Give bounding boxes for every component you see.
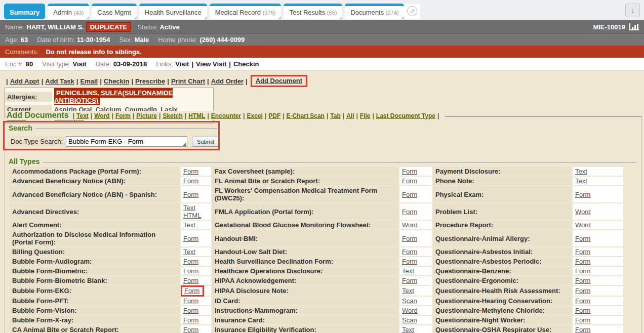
doc-open-link-instructions-mammogram-word[interactable]: Word (402, 307, 418, 314)
doc-type-link-last-document-type[interactable]: Last Document Type (376, 112, 435, 119)
action-link-checkin[interactable]: Checkin (104, 77, 130, 85)
doc-type-link-sketch[interactable]: Sketch (163, 112, 182, 119)
doc-type-link-html[interactable]: HTML (188, 112, 205, 119)
doc-type-link-file[interactable]: File (360, 112, 371, 119)
encounter-link-view-visit[interactable]: View Visit (196, 60, 226, 68)
tab-case-mgmt[interactable]: Case Mgmt (92, 4, 136, 19)
resize-grip-icon[interactable] (183, 142, 186, 146)
comments-label: Comments: (5, 48, 38, 56)
doc-open-link-bubble-form-biometric-form[interactable]: Form (183, 267, 198, 275)
doc-open-link-questionnaire-night-worker-form[interactable]: Form (575, 316, 590, 324)
doc-open-link-questionnaire-hearing-conservation-form[interactable]: Form (575, 297, 590, 305)
doc-type-link-encounter[interactable]: Encounter (211, 112, 241, 119)
age-value: 63 (21, 36, 28, 44)
action-link-add-task[interactable]: Add Task (45, 77, 74, 85)
doc-open-link-questionnaire-animal-allergy-form[interactable]: Form (575, 235, 590, 242)
action-link-add-order[interactable]: Add Order (211, 77, 244, 85)
doc-open-link-handout-low-salt-diet-form[interactable]: Form (402, 248, 417, 256)
doc-open-link-advanced-directives-text[interactable]: Text (183, 204, 195, 212)
doc-open-link-questionnaire-methylene-chloride-form[interactable]: Form (575, 307, 590, 314)
doc-open-link-fax-coversheet-sample-form[interactable]: Form (402, 168, 417, 175)
doc-type-link-word[interactable]: Word (94, 112, 109, 119)
doc-open-link-gestational-blood-glucose-monitoring-flowsheet-word[interactable]: Word (402, 221, 418, 229)
doc-open-link-bubble-form-vision-form[interactable]: Form (183, 307, 198, 314)
doc-open-link-problem-list-word[interactable]: Word (575, 208, 591, 216)
doc-links-cell: Form (573, 230, 623, 246)
encounter-link-visit[interactable]: Visit (175, 60, 189, 68)
doc-open-link-advanced-beneficiary-notice-abn-spanish-form[interactable]: Form (183, 191, 198, 198)
doc-open-link-bubble-form-biometric-blank-form[interactable]: Form (183, 277, 198, 284)
doc-open-link-questionnaire-benzene-form[interactable]: Form (575, 267, 590, 275)
doc-open-link-hipaa-disclosure-note-text[interactable]: Text (402, 287, 414, 295)
doc-type-link-excel[interactable]: Excel (247, 112, 263, 119)
patient-status: Active (160, 23, 180, 31)
doc-open-link-physical-exam-form[interactable]: Form (575, 191, 590, 198)
allergies-link[interactable]: Allergies: (5, 92, 52, 102)
doc-open-link-id-card-scan[interactable]: Scan (402, 297, 417, 305)
doc-open-link-insurance-eligibility-verification-text[interactable]: Text (402, 326, 414, 333)
doc-type-search-input[interactable] (66, 136, 187, 147)
doc-open-link-hipaa-acknowledgement-form[interactable]: Form (402, 277, 417, 284)
doc-open-link-questionnaire-asbestos-periodic-form[interactable]: Form (575, 258, 590, 265)
action-link-add-document[interactable]: Add Document (256, 77, 302, 85)
doc-open-link-fmla-application-portal-form-form[interactable]: Form (402, 208, 417, 216)
doc-label-handout-bmi: Handout-BMI: (212, 230, 398, 246)
separator: | (91, 112, 92, 119)
doc-type-link-all[interactable]: All (346, 112, 354, 119)
separator: | (185, 112, 186, 119)
status-label: Status: (137, 23, 157, 31)
doc-open-link-bubble-form-audiogram-form[interactable]: Form (183, 258, 198, 265)
tab-documents[interactable]: Documents (274) (345, 4, 404, 19)
doc-open-link-fl-workers-compensation-medical-treatment-form-dwc25-form[interactable]: Form (402, 191, 417, 198)
doc-open-link-billing-question-text[interactable]: Text (183, 248, 195, 256)
tab-test-results[interactable]: Test Results (65) (284, 4, 342, 19)
doc-links-cell: Text (573, 177, 623, 185)
tab-admin[interactable]: Admin (43) (48, 4, 89, 19)
doc-open-link-procedure-report-word[interactable]: Word (575, 221, 591, 229)
tab-health-surveillance[interactable]: Health Surveillance (139, 4, 207, 19)
doc-open-link-advanced-beneficiary-notice-abn-form[interactable]: Form (183, 177, 198, 185)
tab-label: Admin (53, 9, 72, 16)
doc-open-link-handout-bmi-form[interactable]: Form (402, 235, 417, 242)
doc-type-link-picture[interactable]: Picture (136, 112, 157, 119)
action-link-add-appt[interactable]: Add Appt (10, 77, 39, 85)
doc-open-link-insurance-card-scan[interactable]: Scan (402, 316, 417, 324)
doc-open-link-payment-disclosure-text[interactable]: Text (575, 168, 587, 175)
doc-open-link-questionnaire-ergonomic-form[interactable]: Form (575, 277, 590, 284)
doc-open-link-questionnaire-osha-respirator-use-form[interactable]: Form (575, 326, 590, 333)
doc-type-link-pdf[interactable]: PDF (268, 112, 280, 119)
doc-type-link-form[interactable]: Form (115, 112, 131, 119)
action-link-email[interactable]: Email (80, 77, 98, 85)
allergy-value[interactable]: PENICILLINS, SULFA(SULFONAMIDE ANTIBIOTI… (54, 88, 173, 105)
doc-open-link-questionnaire-asbestos-initial-form[interactable]: Form (575, 248, 590, 256)
encounter-link-checkin[interactable]: Checkin (233, 60, 259, 68)
download-button[interactable]: ↓ (625, 4, 640, 17)
doc-open-link-questionnaire-health-risk-assessment-form[interactable]: Form (575, 287, 590, 295)
doc-open-link-phone-note-text[interactable]: Text (575, 177, 587, 185)
doc-open-link-accommodations-package-portal-form-form[interactable]: Form (183, 168, 198, 175)
doc-label-health-surveillance-declination-form: Health Surveillance Declination Form: (212, 257, 398, 266)
bar-chart-icon[interactable] (629, 23, 639, 30)
tab-medical-record[interactable]: Medical Record (376) (210, 4, 281, 19)
action-link-prescribe[interactable]: Prescribe (135, 77, 165, 85)
doc-open-link-bubble-form-ekg-form[interactable]: Form (184, 287, 199, 295)
doc-open-link-fl-animal-bite-or-scratch-report-form[interactable]: Form (402, 177, 417, 185)
doc-open-link-authorization-to-disclose-medical-information-portal-form-form[interactable]: Form (183, 235, 198, 242)
doc-open-link-alert-comment-text[interactable]: Text (183, 221, 195, 229)
doc-open-link-health-surveillance-declination-form-form[interactable]: Form (402, 258, 417, 265)
tab-summary[interactable]: Summary (4, 4, 45, 19)
doc-open-link-bubble-form-pft-form[interactable]: Form (183, 297, 198, 305)
doc-open-link-advanced-directives-html[interactable]: HTML (183, 212, 209, 219)
doc-type-link-tab[interactable]: Tab (330, 112, 340, 119)
documents-external-chip: ↗ (404, 4, 420, 19)
doc-open-link-ca-animal-bite-or-scratch-report-form[interactable]: Form (183, 326, 198, 333)
doc-type-link-e-chart-scan[interactable]: E-Chart Scan (287, 112, 325, 119)
doc-open-link-healthcare-operations-disclosure-text[interactable]: Text (402, 267, 414, 275)
duplicate-badge[interactable]: DUPLICATE (86, 22, 131, 32)
doc-open-link-bubble-form-x-ray-form[interactable]: Form (183, 316, 198, 324)
doc-links-cell: Form (181, 267, 211, 275)
doc-type-link-text[interactable]: Text (76, 112, 89, 119)
submit-button[interactable]: Submit (192, 137, 219, 147)
action-link-print-chart[interactable]: Print Chart (171, 77, 205, 85)
open-in-new-icon[interactable]: ↗ (407, 6, 417, 16)
